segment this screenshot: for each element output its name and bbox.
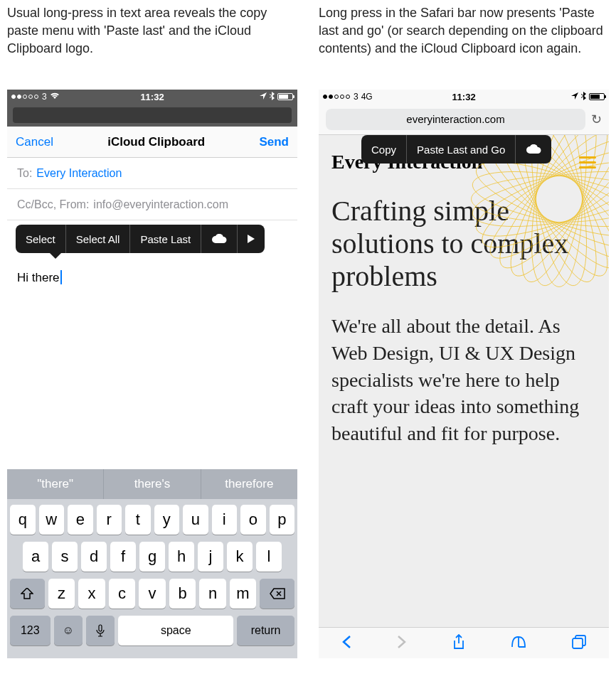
suggestion-bar: "there" there's therefore	[7, 469, 297, 499]
cancel-button[interactable]: Cancel	[16, 135, 53, 149]
body-text: Hi there	[17, 271, 60, 284]
key-a[interactable]: a	[23, 542, 48, 572]
tabs-button[interactable]	[572, 635, 586, 652]
numbers-key[interactable]: 123	[10, 616, 51, 646]
context-menu: Select Select All Paste Last	[16, 225, 265, 253]
signal-icon	[323, 95, 350, 99]
key-g[interactable]: g	[139, 542, 165, 572]
key-w[interactable]: w	[39, 505, 65, 535]
cloud-icon[interactable]	[201, 225, 238, 253]
key-o[interactable]: o	[240, 505, 266, 535]
wifi-icon	[50, 92, 60, 102]
status-bar: 3 4G 11:32	[319, 90, 609, 104]
key-u[interactable]: u	[183, 505, 208, 535]
keyboard: "there" there's therefore q w e r t y u …	[7, 469, 297, 658]
clock: 11:32	[452, 92, 475, 102]
battery-icon	[277, 93, 293, 100]
suggestion-3[interactable]: therefore	[201, 469, 297, 499]
key-x[interactable]: x	[78, 579, 105, 609]
suggestion-2[interactable]: there's	[104, 469, 201, 499]
key-b[interactable]: b	[169, 579, 196, 609]
menu-arrow-icon	[50, 253, 61, 259]
left-caption: Usual long-press in text area reveals th…	[7, 4, 297, 75]
select-button[interactable]: Select	[16, 225, 66, 253]
right-caption: Long press in the Safari bar now present…	[319, 4, 609, 75]
svg-rect-20	[573, 638, 583, 648]
bookmarks-button[interactable]	[511, 636, 526, 651]
key-h[interactable]: h	[169, 542, 194, 572]
to-label: To:	[17, 167, 32, 180]
return-key[interactable]: return	[237, 616, 294, 646]
key-m[interactable]: m	[230, 579, 257, 609]
paste-last-go-button[interactable]: Paste Last and Go	[407, 135, 516, 164]
battery-icon	[589, 93, 605, 100]
key-q[interactable]: q	[10, 505, 36, 535]
more-arrow-icon[interactable]	[238, 225, 265, 253]
key-row-2: a s d f g h j k l	[10, 542, 294, 572]
network-label: 4G	[361, 92, 373, 102]
backspace-key[interactable]	[260, 579, 294, 609]
key-row-1: q w e r t y u i o p	[10, 505, 294, 535]
key-k[interactable]: k	[227, 542, 253, 572]
svg-rect-0	[99, 625, 102, 631]
page-title: iCloud Clipboard	[107, 135, 205, 149]
key-f[interactable]: f	[110, 542, 136, 572]
svg-point-18	[469, 161, 609, 237]
select-all-button[interactable]: Select All	[66, 225, 131, 253]
mic-key[interactable]	[86, 616, 115, 646]
text-cursor	[60, 270, 62, 284]
clock: 11:32	[140, 92, 164, 102]
cloud-icon[interactable]	[516, 135, 551, 164]
minimized-bar	[7, 104, 297, 127]
key-j[interactable]: j	[198, 542, 223, 572]
emoji-key[interactable]: ☺	[54, 616, 83, 646]
forward-button[interactable]	[397, 635, 407, 652]
message-body[interactable]: Hi there	[7, 260, 297, 295]
space-key[interactable]: space	[118, 616, 233, 646]
key-s[interactable]: s	[52, 542, 78, 572]
bluetooth-icon	[270, 92, 275, 102]
paste-last-button[interactable]: Paste Last	[130, 225, 201, 253]
key-row-3: z x c v b n m	[10, 579, 294, 609]
key-d[interactable]: d	[81, 542, 107, 572]
key-r[interactable]: r	[97, 505, 122, 535]
mail-phone: 3 11:32 Cancel iCloud Clipboard Send To:	[7, 90, 297, 658]
location-icon	[571, 92, 578, 102]
safari-toolbar	[319, 627, 609, 658]
suggestion-1[interactable]: "there"	[7, 469, 104, 499]
svg-point-2	[469, 161, 609, 237]
location-icon	[260, 92, 267, 102]
cc-field[interactable]: Cc/Bcc, From: info@everyinteraction.com	[7, 189, 297, 220]
url-field[interactable]: everyinteraction.com	[326, 109, 585, 130]
key-l[interactable]: l	[256, 542, 282, 572]
cc-value: info@everyinteraction.com	[93, 198, 228, 211]
send-button[interactable]: Send	[259, 135, 289, 149]
key-v[interactable]: v	[139, 579, 166, 609]
shift-key[interactable]	[10, 579, 45, 609]
hamburger-button[interactable]	[579, 156, 596, 168]
share-button[interactable]	[452, 634, 465, 653]
key-e[interactable]: e	[68, 505, 93, 535]
key-z[interactable]: z	[48, 579, 75, 609]
subtext: We're all about the detail. As Web Desig…	[319, 307, 609, 453]
key-n[interactable]: n	[199, 579, 226, 609]
key-row-4: 123 ☺ space return	[10, 616, 294, 646]
web-content: Copy Paste Last and Go Every Interaction…	[319, 135, 609, 627]
svg-point-1	[472, 176, 610, 223]
mail-navbar: Cancel iCloud Clipboard Send	[7, 127, 297, 158]
cc-label: Cc/Bcc, From:	[17, 198, 89, 211]
back-button[interactable]	[341, 635, 351, 652]
carrier-label: 3	[354, 92, 359, 102]
key-c[interactable]: c	[109, 579, 136, 609]
signal-icon	[11, 95, 38, 99]
copy-button[interactable]: Copy	[361, 135, 407, 164]
url-bar: everyinteraction.com ↻	[319, 104, 609, 135]
key-p[interactable]: p	[270, 505, 295, 535]
key-t[interactable]: t	[125, 505, 151, 535]
key-y[interactable]: y	[154, 505, 180, 535]
key-i[interactable]: i	[212, 505, 238, 535]
status-bar: 3 11:32	[7, 90, 297, 104]
reload-button[interactable]: ↻	[591, 112, 602, 127]
to-value: Every Interaction	[36, 167, 122, 180]
to-field[interactable]: To: Every Interaction	[7, 158, 297, 189]
